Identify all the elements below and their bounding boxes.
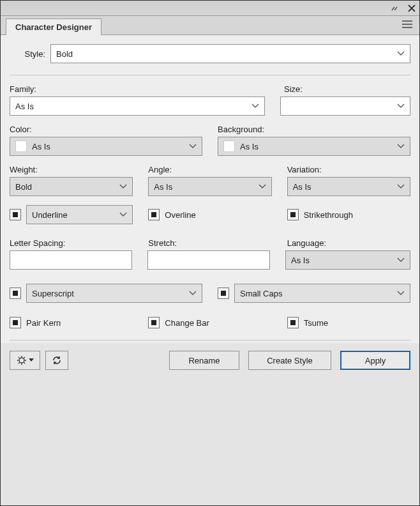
tsume-check[interactable]	[287, 317, 299, 328]
changebar-check[interactable]	[148, 317, 160, 328]
angle-value: As Is	[154, 182, 172, 192]
divider	[10, 75, 410, 75]
chevron-down-icon	[397, 184, 405, 189]
refresh-icon	[52, 355, 62, 365]
chevron-down-icon	[397, 51, 405, 56]
chevron-down-icon	[119, 212, 127, 217]
smallcaps-select[interactable]: Small Caps	[234, 284, 410, 303]
style-label: Style:	[10, 49, 50, 59]
svg-point-0	[19, 358, 24, 363]
smallcaps-value: Small Caps	[240, 289, 282, 298]
gear-icon	[17, 355, 27, 365]
variation-value: As Is	[293, 182, 311, 192]
weight-value: Bold	[15, 182, 32, 192]
tsume-label: Tsume	[304, 318, 328, 328]
family-label: Family:	[10, 84, 36, 94]
weight-select[interactable]: Bold	[10, 177, 133, 196]
changebar-label: Change Bar	[165, 318, 209, 328]
rename-label: Rename	[188, 356, 220, 365]
superscript-check[interactable]	[10, 288, 21, 299]
strikethrough-check[interactable]	[287, 209, 299, 220]
close-icon[interactable]	[408, 4, 416, 12]
background-swatch	[223, 141, 235, 152]
chevron-down-icon	[397, 257, 405, 263]
language-value: As Is	[291, 256, 310, 265]
letter-spacing-label: Letter Spacing:	[10, 238, 133, 248]
footer: Rename Create Style Apply	[1, 343, 419, 379]
tab-row: Character Designer	[1, 16, 419, 35]
language-label: Language:	[287, 238, 410, 248]
rename-button[interactable]: Rename	[169, 351, 239, 370]
pairkern-label: Pair Kern	[26, 318, 61, 328]
style-value: Bold	[56, 49, 73, 59]
pairkern-check[interactable]	[10, 317, 21, 328]
chevron-down-icon	[397, 144, 405, 149]
variation-label: Variation:	[287, 165, 410, 174]
underline-value: Underline	[32, 210, 68, 220]
panel-menu-icon[interactable]	[401, 20, 419, 34]
superscript-value: Superscript	[32, 289, 74, 298]
tab-label: Character Designer	[15, 22, 92, 32]
main-panel: Style: Bold Family: Size: As Is Color: B…	[1, 35, 419, 343]
letter-spacing-input[interactable]	[10, 250, 132, 270]
size-label: Size:	[284, 84, 303, 94]
background-label: Background:	[218, 125, 264, 134]
settings-menu-button[interactable]	[10, 351, 40, 370]
chevron-down-icon	[251, 103, 259, 109]
angle-select[interactable]: As Is	[148, 177, 271, 196]
titlebar	[1, 1, 419, 16]
language-select[interactable]: As Is	[285, 250, 410, 270]
apply-label: Apply	[365, 356, 386, 365]
chevron-down-icon	[189, 144, 197, 149]
smallcaps-check[interactable]	[218, 288, 229, 299]
overline-label: Overline	[165, 210, 195, 220]
divider	[10, 340, 410, 341]
color-value: As Is	[32, 142, 50, 151]
apply-button[interactable]: Apply	[340, 351, 410, 370]
chevron-down-icon	[397, 103, 405, 109]
superscript-select[interactable]: Superscript	[26, 284, 202, 303]
caret-down-icon	[29, 358, 34, 362]
color-swatch	[15, 141, 27, 152]
collapse-icon[interactable]	[391, 5, 401, 12]
chevron-down-icon	[189, 291, 197, 296]
style-select[interactable]: Bold	[50, 44, 410, 63]
background-select[interactable]: As Is	[218, 137, 410, 156]
angle-label: Angle:	[148, 165, 271, 174]
create-style-button[interactable]: Create Style	[248, 351, 331, 370]
color-label: Color:	[10, 125, 32, 134]
overline-check[interactable]	[148, 209, 160, 220]
stretch-input[interactable]	[147, 250, 270, 270]
family-select[interactable]: As Is	[10, 96, 265, 116]
create-style-label: Create Style	[267, 356, 313, 365]
underline-select[interactable]: Underline	[26, 205, 133, 224]
tab-character-designer[interactable]: Character Designer	[6, 19, 101, 35]
variation-select[interactable]: As Is	[287, 177, 410, 196]
size-select[interactable]	[280, 96, 410, 116]
color-select[interactable]: As Is	[10, 137, 202, 156]
weight-label: Weight:	[10, 165, 133, 174]
strikethrough-label: Strikethrough	[304, 210, 353, 220]
refresh-button[interactable]	[45, 351, 68, 370]
chevron-down-icon	[119, 184, 127, 189]
chevron-down-icon	[397, 291, 405, 296]
underline-check[interactable]	[10, 209, 21, 220]
stretch-label: Stretch:	[148, 238, 271, 248]
family-value: As Is	[15, 102, 34, 111]
chevron-down-icon	[259, 184, 266, 189]
background-value: As Is	[240, 142, 259, 151]
